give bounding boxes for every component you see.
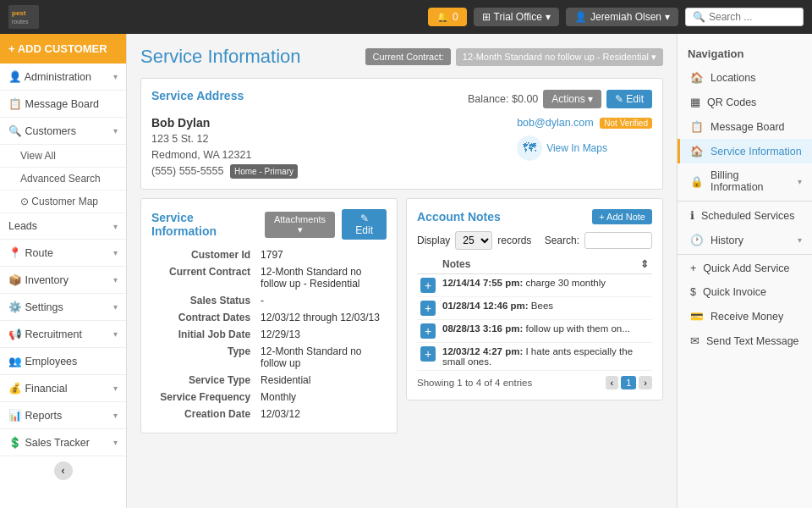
next-page-button[interactable]: › bbox=[639, 376, 652, 389]
employees-icon: 👥 bbox=[8, 356, 22, 367]
nav-item-left: 🕐History bbox=[690, 234, 743, 246]
view-in-maps-button[interactable]: 🗺 View In Maps bbox=[517, 135, 652, 161]
right-nav-item-quick-invoice[interactable]: $Quick Invoice bbox=[678, 280, 812, 304]
nav-icon: 🏠 bbox=[690, 145, 704, 157]
right-nav-item-send-text-message[interactable]: ✉Send Text Message bbox=[678, 329, 812, 353]
notes-footer-text: Showing 1 to 4 of 4 entries bbox=[417, 378, 532, 388]
contract-value[interactable]: 12-Month Standard no follow up - Residen… bbox=[456, 48, 663, 66]
logo-area: pest routes bbox=[8, 5, 39, 29]
service-info-table: Customer Id1797Current Contract12-Month … bbox=[151, 246, 387, 422]
address-city: Redmond, WA 12321 bbox=[151, 147, 298, 163]
sidebar-collapse-button[interactable]: ‹ bbox=[54, 461, 73, 480]
sidebar-item-leads[interactable]: Leads ▾ bbox=[0, 213, 126, 240]
top-nav: pest routes 🔔 0 ⊞ Trial Office ▾ 👤 Jerem… bbox=[0, 0, 812, 34]
notes-col-header: Notes ⇕ bbox=[439, 255, 652, 274]
actions-button[interactable]: Actions ▾ bbox=[543, 90, 601, 108]
table-row: Initial Job Date12/29/13 bbox=[151, 326, 387, 343]
sidebar-item-financial[interactable]: 💰 Financial ▾ bbox=[0, 375, 126, 402]
right-nav-item-receive-money[interactable]: 💳Receive Money bbox=[678, 304, 812, 329]
chevron-icon: ▾ bbox=[113, 302, 118, 312]
sidebar-item-route[interactable]: 📍 Route ▾ bbox=[0, 240, 126, 267]
grid-icon: ⊞ bbox=[482, 11, 491, 23]
right-nav-item-scheduled-services[interactable]: ℹScheduled Services bbox=[678, 203, 812, 228]
service-address-card: Service Address Balance: $0.00 Actions ▾… bbox=[140, 78, 663, 190]
field-value: 12-Month Standard no follow up - Residen… bbox=[257, 263, 387, 292]
admin-icon: 👤 bbox=[8, 71, 22, 83]
chevron-icon: ▾ bbox=[798, 177, 802, 186]
notes-search-input[interactable] bbox=[584, 232, 652, 249]
email-link[interactable]: bob@dylan.com bbox=[517, 117, 594, 129]
sidebar-item-customer-map[interactable]: ⊙ Customer Map bbox=[0, 190, 126, 213]
nav-icon: + bbox=[690, 262, 696, 274]
notes-controls: Display 25 records Search: bbox=[417, 231, 652, 250]
field-label: Service Type bbox=[151, 372, 257, 389]
right-nav-item-qr-codes[interactable]: ▦QR Codes bbox=[678, 90, 812, 114]
field-value: 12/03/12 through 12/03/13 bbox=[257, 309, 387, 326]
sidebar-item-administration[interactable]: 👤 Administration ▾ bbox=[0, 64, 126, 91]
top-nav-right: 🔔 0 ⊞ Trial Office ▾ 👤 Jeremiah Olsen ▾ … bbox=[428, 8, 804, 26]
pagination: ‹ 1 › bbox=[606, 376, 652, 389]
records-label: records bbox=[497, 235, 531, 246]
sidebar-item-reports[interactable]: 📊 Reports ▾ bbox=[0, 402, 126, 429]
field-label: Current Contract bbox=[151, 263, 257, 292]
nav-icon: 💳 bbox=[690, 310, 704, 323]
service-info-edit-button[interactable]: ✎ Edit bbox=[342, 209, 387, 240]
note-expand-button[interactable]: + bbox=[420, 323, 436, 339]
right-nav-item-history[interactable]: 🕐History▾ bbox=[678, 228, 812, 252]
nav-icon: 🔒 bbox=[690, 175, 704, 188]
sidebar-item-view-all[interactable]: View All bbox=[0, 145, 126, 168]
right-nav-item-service-information[interactable]: 🏠Service Information bbox=[678, 139, 812, 163]
recruitment-icon: 📢 bbox=[8, 329, 22, 340]
sidebar-item-settings[interactable]: ⚙️ Settings ▾ bbox=[0, 294, 126, 321]
sidebar-item-advanced-search[interactable]: Advanced Search bbox=[0, 168, 126, 190]
address-content: Bob Dylan 123 5 St. 12 Redmond, WA 12321… bbox=[151, 116, 652, 179]
display-count-select[interactable]: 25 bbox=[455, 231, 492, 250]
attachments-button[interactable]: Attachments ▾ bbox=[265, 212, 336, 238]
email-section: bob@dylan.com Not Verified 🗺 View In Map… bbox=[517, 116, 652, 161]
nav-label: Billing Information bbox=[710, 169, 791, 193]
field-label: Contract Dates bbox=[151, 309, 257, 326]
page-header: Service Information Current Contract: 12… bbox=[140, 46, 663, 68]
note-text: 12/03/12 4:27 pm: I hate ants especially… bbox=[439, 343, 652, 371]
sidebar-item-recruitment[interactable]: 📢 Recruitment ▾ bbox=[0, 321, 126, 348]
chevron-down-icon: ▾ bbox=[665, 11, 670, 23]
search-input[interactable] bbox=[709, 11, 802, 23]
contract-label: Current Contract: bbox=[365, 48, 450, 65]
nav-icon: 🏠 bbox=[690, 71, 704, 84]
right-nav-item-locations[interactable]: 🏠Locations bbox=[678, 65, 812, 90]
right-nav-item-billing-information[interactable]: 🔒Billing Information▾ bbox=[678, 163, 812, 199]
page-1-button[interactable]: 1 bbox=[621, 376, 636, 389]
list-item: + 12/14/14 7:55 pm: charge 30 monthly bbox=[417, 274, 652, 297]
notes-sort-icon[interactable]: ⇕ bbox=[640, 258, 649, 270]
add-note-button[interactable]: + Add Note bbox=[592, 209, 652, 224]
note-expand-button[interactable]: + bbox=[420, 301, 436, 316]
email-status: Not Verified bbox=[600, 118, 652, 129]
settings-icon: ⚙️ bbox=[8, 301, 22, 313]
sidebar-item-sales-tracker[interactable]: 💲 Sales Tracker ▾ bbox=[0, 429, 126, 456]
trial-office-button[interactable]: ⊞ Trial Office ▾ bbox=[474, 8, 559, 26]
prev-page-button[interactable]: ‹ bbox=[606, 376, 619, 389]
user-button[interactable]: 👤 Jeremiah Olsen ▾ bbox=[566, 8, 678, 26]
nav-label: Locations bbox=[710, 72, 756, 84]
edit-button[interactable]: ✎ Edit bbox=[606, 90, 652, 108]
note-text: 12/14/14 7:55 pm: charge 30 monthly bbox=[439, 274, 652, 297]
sidebar-item-employees[interactable]: 👥 Employees bbox=[0, 348, 126, 375]
search-icon: 🔍 bbox=[693, 11, 705, 23]
field-label: Sales Status bbox=[151, 292, 257, 309]
note-expand-button[interactable]: + bbox=[420, 346, 436, 362]
nav-item-left: 🔒Billing Information bbox=[690, 169, 791, 193]
sidebar-item-inventory[interactable]: 📦 Inventory ▾ bbox=[0, 267, 126, 294]
route-icon: 📍 bbox=[8, 247, 22, 259]
note-expand-button[interactable]: + bbox=[420, 278, 436, 293]
right-nav-item-message-board[interactable]: 📋Message Board bbox=[678, 114, 812, 139]
service-info-title: Service Information bbox=[151, 211, 258, 238]
nav-label: Message Board bbox=[710, 121, 785, 133]
search-box: 🔍 bbox=[685, 8, 804, 26]
right-nav-item-quick-add-service[interactable]: +Quick Add Service bbox=[678, 257, 812, 280]
sidebar-item-customers[interactable]: 🔍 Customers ▾ bbox=[0, 118, 126, 145]
sidebar-item-message-board[interactable]: 📋 Message Board bbox=[0, 91, 126, 118]
add-customer-button[interactable]: + ADD CUSTOMER bbox=[0, 34, 126, 64]
notification-button[interactable]: 🔔 0 bbox=[428, 8, 467, 26]
field-value: - bbox=[257, 292, 387, 309]
field-label: Service Frequency bbox=[151, 389, 257, 406]
